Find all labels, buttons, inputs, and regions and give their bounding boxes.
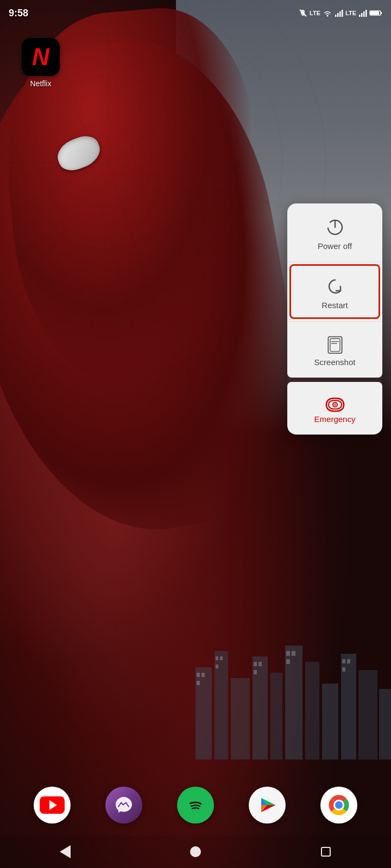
menu-divider-1 — [287, 261, 382, 262]
svg-rect-62 — [370, 11, 379, 15]
spotify-icon — [185, 794, 206, 816]
netflix-icon[interactable]: N — [22, 38, 60, 76]
lte2-icon: LTE — [345, 10, 356, 16]
power-off-icon — [324, 216, 346, 238]
signal1-icon — [335, 9, 343, 17]
svg-rect-57 — [361, 13, 363, 17]
youtube-icon — [40, 796, 65, 814]
screenshot-button[interactable]: Screenshot — [287, 322, 382, 378]
power-menu: Power off Restart — [287, 203, 382, 435]
bottom-dock — [0, 780, 391, 830]
svg-rect-37 — [197, 681, 200, 685]
wifi-icon — [323, 9, 332, 17]
restart-button-wrapper[interactable]: Restart — [289, 264, 380, 319]
chrome-icon — [327, 793, 351, 817]
svg-rect-43 — [254, 670, 257, 674]
svg-rect-36 — [201, 673, 205, 677]
svg-rect-41 — [254, 662, 257, 666]
restart-label: Restart — [321, 301, 348, 310]
svg-rect-55 — [342, 10, 343, 17]
svg-rect-35 — [197, 673, 200, 677]
svg-point-72 — [334, 404, 336, 406]
svg-line-14 — [0, 152, 244, 260]
svg-rect-39 — [220, 656, 223, 660]
svg-rect-28 — [270, 673, 282, 760]
status-bar: 9:58 LTE LTE — [0, 0, 391, 26]
svg-rect-33 — [358, 670, 377, 760]
back-button[interactable] — [49, 841, 81, 863]
playstore-icon — [256, 794, 279, 816]
svg-line-23 — [185, 0, 250, 326]
svg-line-22 — [147, 27, 228, 380]
svg-rect-53 — [337, 13, 339, 17]
playstore-app[interactable] — [249, 787, 286, 824]
svg-rect-40 — [216, 665, 218, 668]
svg-point-51 — [327, 15, 329, 17]
messenger-icon — [113, 794, 135, 816]
svg-rect-52 — [335, 15, 337, 17]
svg-rect-42 — [258, 662, 262, 666]
svg-rect-26 — [231, 678, 250, 760]
netflix-app[interactable]: N Netflix — [22, 38, 60, 88]
svg-rect-34 — [379, 689, 391, 760]
power-off-label: Power off — [318, 241, 352, 251]
svg-rect-59 — [365, 10, 367, 17]
chrome-app[interactable] — [320, 787, 357, 824]
svg-rect-48 — [347, 659, 350, 663]
svg-rect-30 — [305, 662, 319, 760]
netflix-letter: N — [32, 43, 49, 71]
svg-line-9 — [0, 163, 109, 326]
status-icons: LTE LTE — [299, 9, 382, 17]
svg-line-8 — [109, 163, 163, 336]
recents-button[interactable] — [310, 841, 342, 863]
svg-line-7 — [109, 163, 282, 206]
svg-rect-66 — [330, 339, 340, 351]
mute-icon — [299, 9, 307, 17]
status-time: 9:58 — [9, 8, 28, 19]
restart-button[interactable]: Restart — [291, 266, 379, 317]
signal2-icon — [358, 9, 367, 17]
nav-bar — [0, 835, 391, 868]
volte-icon: LTE — [310, 10, 320, 16]
svg-rect-44 — [286, 651, 290, 656]
emergency-label: Emergency — [314, 414, 356, 424]
recents-icon — [321, 847, 331, 857]
netflix-label: Netflix — [30, 79, 52, 88]
svg-rect-45 — [292, 651, 295, 656]
svg-line-20 — [71, 81, 152, 407]
svg-line-21 — [109, 54, 190, 380]
emergency-icon — [323, 395, 347, 414]
svg-point-80 — [335, 801, 343, 809]
svg-rect-47 — [342, 659, 345, 663]
power-menu-top-section: Power off Restart — [287, 203, 382, 378]
spotify-app[interactable] — [177, 787, 214, 824]
power-off-button[interactable]: Power off — [287, 203, 382, 261]
svg-line-16 — [0, 239, 250, 347]
svg-rect-38 — [216, 656, 218, 660]
home-button[interactable] — [179, 841, 212, 863]
svg-rect-49 — [342, 667, 345, 672]
screenshot-label: Screenshot — [314, 358, 356, 367]
svg-rect-46 — [286, 659, 290, 664]
svg-line-15 — [0, 190, 250, 304]
svg-rect-54 — [339, 11, 341, 17]
svg-line-17 — [0, 298, 217, 391]
city-skyline — [185, 624, 391, 760]
youtube-app[interactable] — [34, 787, 71, 824]
back-icon — [60, 845, 71, 858]
svg-rect-61 — [381, 12, 382, 14]
emergency-button[interactable]: Emergency — [287, 382, 382, 435]
home-icon — [190, 846, 201, 857]
svg-rect-58 — [363, 11, 365, 17]
youtube-play-triangle — [49, 800, 57, 810]
messenger-app[interactable] — [105, 787, 142, 824]
screenshot-icon — [325, 335, 345, 354]
svg-rect-31 — [322, 684, 338, 760]
battery-icon — [369, 9, 382, 17]
svg-rect-56 — [359, 15, 361, 17]
restart-icon — [324, 276, 346, 297]
